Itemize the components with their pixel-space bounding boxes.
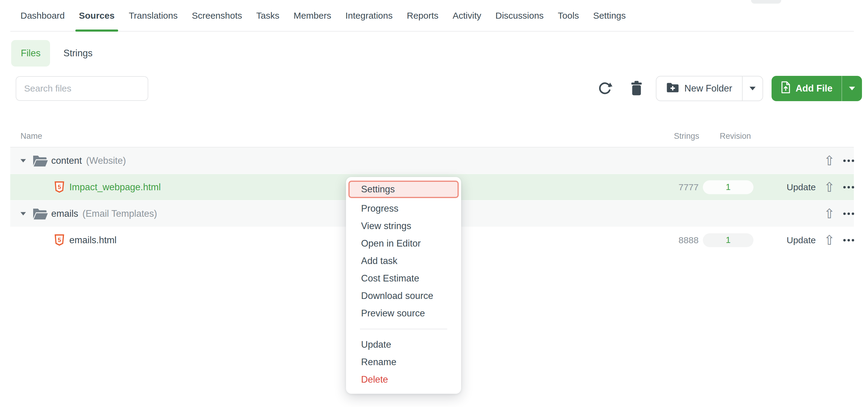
open-folder-icon: [33, 207, 48, 221]
nav-item-reports[interactable]: Reports: [407, 0, 438, 31]
update-link[interactable]: Update: [786, 182, 816, 192]
row-more-actions-button[interactable]: [841, 186, 857, 189]
sources-files-page: Dashboard Sources Translations Screensho…: [0, 0, 868, 407]
add-file-split-button: Add File: [772, 76, 862, 101]
view-switch: Files Strings: [11, 40, 93, 67]
search-input[interactable]: [16, 76, 148, 101]
collapse-expander-icon[interactable]: [21, 159, 26, 162]
html5-file-icon: 5: [54, 181, 64, 193]
nav-item-sources[interactable]: Sources: [79, 0, 115, 31]
open-folder-icon: [33, 154, 48, 167]
upload-icon[interactable]: ⇧: [822, 234, 837, 247]
new-folder-label: New Folder: [684, 83, 733, 94]
trash-icon: [629, 93, 644, 97]
tab-files[interactable]: Files: [11, 40, 50, 67]
strings-count: 8888: [638, 235, 699, 245]
refresh-icon: [597, 93, 613, 97]
folder-plus-icon: [666, 82, 679, 95]
new-folder-button[interactable]: New Folder: [656, 76, 742, 101]
file-upload-icon: [781, 81, 791, 96]
nav-item-discussions[interactable]: Discussions: [495, 0, 544, 31]
chevron-down-icon: [749, 87, 755, 90]
nav-item-members[interactable]: Members: [293, 0, 331, 31]
new-folder-split-button: New Folder: [656, 76, 763, 101]
nav-item-dashboard[interactable]: Dashboard: [21, 0, 65, 31]
folder-name: content(Website): [51, 155, 126, 166]
nav-item-tasks[interactable]: Tasks: [256, 0, 279, 31]
menu-item-delete[interactable]: Delete: [346, 371, 461, 388]
strings-count: 7777: [638, 182, 699, 192]
collapse-expander-icon[interactable]: [21, 212, 26, 215]
new-folder-dropdown-button[interactable]: [743, 76, 763, 101]
add-file-dropdown-button[interactable]: [842, 76, 862, 101]
folder-name: emails(Email Templates): [51, 208, 157, 219]
folder-name-text: emails: [51, 208, 79, 219]
file-name[interactable]: emails.html: [69, 235, 117, 246]
svg-text:5: 5: [58, 183, 61, 190]
menu-item-update[interactable]: Update: [346, 336, 461, 353]
refresh-button[interactable]: [597, 81, 613, 96]
menu-item-progress[interactable]: Progress: [346, 200, 461, 217]
tab-strings[interactable]: Strings: [63, 48, 92, 59]
menu-item-rename[interactable]: Rename: [346, 353, 461, 371]
folder-annotation: (Email Templates): [83, 208, 157, 219]
upload-icon[interactable]: ⇧: [822, 154, 837, 167]
nav-item-activity[interactable]: Activity: [453, 0, 481, 31]
column-header-strings: Strings: [639, 132, 699, 141]
menu-item-view-strings[interactable]: View strings: [346, 217, 461, 235]
upload-icon[interactable]: ⇧: [822, 181, 837, 194]
file-context-menu: Settings Progress View strings Open in E…: [346, 177, 461, 394]
nav-item-screenshots[interactable]: Screenshots: [192, 0, 242, 31]
update-link[interactable]: Update: [786, 235, 816, 245]
column-header-name: Name: [21, 132, 42, 141]
nav-item-translations[interactable]: Translations: [129, 0, 178, 31]
menu-item-settings[interactable]: Settings: [348, 181, 459, 198]
add-file-label: Add File: [796, 83, 832, 94]
nav-item-integrations[interactable]: Integrations: [345, 0, 393, 31]
svg-text:5: 5: [58, 236, 61, 243]
upload-icon[interactable]: ⇧: [822, 207, 837, 221]
chevron-down-icon: [849, 87, 855, 90]
menu-item-cost-estimate[interactable]: Cost Estimate: [346, 270, 461, 287]
file-name[interactable]: Impact_webpage.html: [69, 182, 161, 193]
column-header-revision: Revision: [720, 132, 751, 141]
menu-divider: [360, 329, 447, 329]
nav-item-settings[interactable]: Settings: [593, 0, 626, 31]
nav-item-tools[interactable]: Tools: [558, 0, 579, 31]
delete-selected-button[interactable]: [629, 80, 644, 97]
menu-item-download-source[interactable]: Download source: [346, 287, 461, 305]
revision-badge: 1: [703, 233, 753, 247]
menu-item-add-task[interactable]: Add task: [346, 252, 461, 270]
folder-annotation: (Website): [86, 155, 126, 166]
row-more-actions-button[interactable]: [841, 239, 857, 241]
row-more-actions-button[interactable]: [841, 160, 857, 162]
revision-badge: 1: [703, 180, 753, 194]
table-row-folder-content[interactable]: content(Website) ⇧: [10, 147, 854, 174]
folder-name-text: content: [51, 155, 82, 166]
add-file-button[interactable]: Add File: [772, 76, 841, 101]
html5-file-icon: 5: [54, 234, 64, 246]
top-navigation: Dashboard Sources Translations Screensho…: [10, 0, 854, 32]
menu-item-open-in-editor[interactable]: Open in Editor: [346, 235, 461, 252]
menu-item-preview-source[interactable]: Preview source: [346, 305, 461, 322]
row-more-actions-button[interactable]: [841, 212, 857, 215]
